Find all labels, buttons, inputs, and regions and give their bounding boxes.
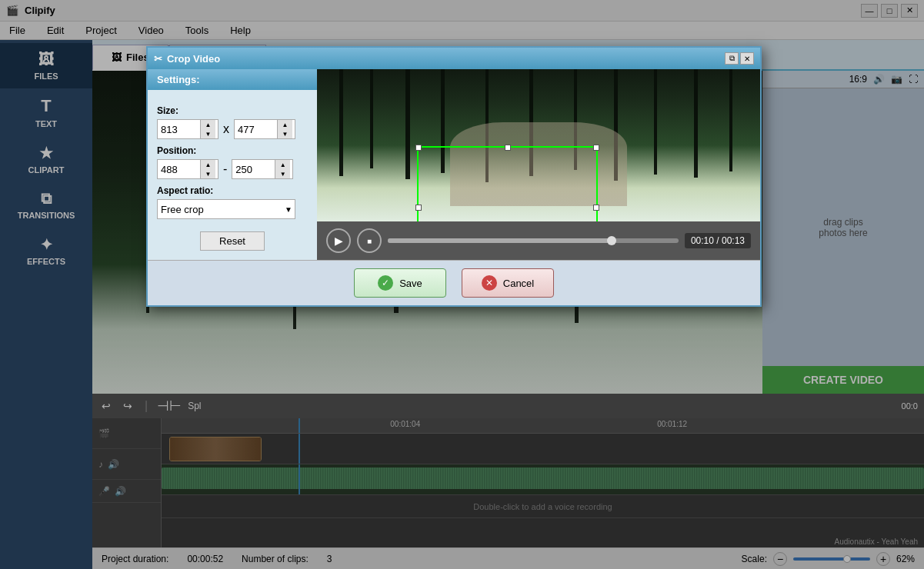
aspect-ratio-select[interactable]: Free crop 16:9 4:3 1:1 9:16 (157, 199, 295, 219)
dialog-title-icon: ✂ (154, 53, 162, 65)
settings-panel: Settings: Size: ▲ ▼ x (148, 69, 317, 260)
pos-y-down[interactable]: ▼ (275, 169, 290, 178)
dlg-tree1 (339, 69, 343, 176)
size-width-input[interactable] (158, 120, 200, 138)
save-button[interactable]: ✓ Save (354, 268, 446, 298)
settings-header: Settings: (148, 69, 317, 90)
size-height-up[interactable]: ▲ (277, 120, 292, 129)
size-label: Size: (157, 105, 308, 116)
pos-x-wrapper: ▲ ▼ (157, 159, 218, 179)
crop-dialog: ✂ Crop Video ⧉ ✕ Settings: Size: (146, 46, 762, 307)
pos-x-up[interactable]: ▲ (200, 160, 215, 169)
size-width-spinners: ▲ ▼ (200, 120, 215, 138)
stop-button[interactable]: ■ (357, 228, 382, 253)
crop-handle-mr[interactable] (593, 205, 599, 211)
size-width-wrapper: ▲ ▼ (157, 119, 218, 139)
save-label: Save (399, 278, 422, 289)
aspect-label: Aspect ratio: (157, 185, 308, 196)
pos-y-up[interactable]: ▲ (275, 160, 290, 169)
dialog-title-bar: ✂ Crop Video ⧉ ✕ (148, 48, 760, 69)
dlg-tree10 (694, 69, 698, 178)
crop-handle-ml[interactable] (415, 205, 422, 211)
position-label: Position: (157, 145, 308, 156)
reset-button[interactable]: Reset (200, 231, 265, 251)
dialog-footer: ✓ Save ✕ Cancel (148, 260, 760, 305)
dlg-tree9 (654, 69, 657, 175)
pos-x-input[interactable] (158, 160, 200, 178)
size-height-wrapper: ▲ ▼ (234, 119, 295, 139)
playback-controls: ▶ ■ 00:10 / 00:13 (317, 221, 760, 260)
crop-handle-tl[interactable] (415, 145, 422, 151)
dialog-title-controls: ⧉ ✕ (725, 52, 754, 65)
aspect-select-wrapper: Free crop 16:9 4:3 1:1 9:16 ▼ (157, 199, 295, 219)
dialog-video-container (317, 69, 760, 221)
pos-separator: - (223, 162, 227, 176)
size-x-separator: x (223, 122, 229, 136)
size-width-up[interactable]: ▲ (200, 120, 215, 129)
crop-selection[interactable] (417, 146, 598, 221)
pos-y-input[interactable] (232, 160, 275, 178)
dialog-overlay: ✂ Crop Video ⧉ ✕ Settings: Size: (0, 0, 924, 569)
dlg-tree3 (405, 69, 410, 179)
dialog-title-text: Crop Video (167, 53, 220, 65)
settings-content: Size: ▲ ▼ x ▲ (148, 90, 317, 260)
x-icon: ✕ (482, 275, 497, 291)
progress-handle[interactable] (607, 236, 616, 245)
pos-y-spinners: ▲ ▼ (275, 160, 290, 178)
pos-y-wrapper: ▲ ▼ (232, 159, 293, 179)
dlg-tree11 (729, 69, 732, 171)
crop-handle-tm[interactable] (505, 145, 511, 151)
winter-scene (317, 69, 760, 221)
pos-x-spinners: ▲ ▼ (200, 160, 215, 178)
progress-bar[interactable] (388, 238, 679, 243)
play-button[interactable]: ▶ (326, 228, 351, 253)
dialog-close-button[interactable]: ✕ (740, 52, 754, 65)
size-height-spinners: ▲ ▼ (277, 120, 292, 138)
crop-handle-tr[interactable] (593, 145, 599, 151)
position-row: ▲ ▼ - ▲ ▼ (157, 159, 308, 179)
cancel-label: Cancel (503, 278, 534, 289)
dialog-body: Settings: Size: ▲ ▼ x (148, 69, 760, 260)
dialog-preview: ▶ ■ 00:10 / 00:13 (317, 69, 760, 260)
pos-x-down[interactable]: ▼ (200, 169, 215, 178)
size-row: ▲ ▼ x ▲ ▼ (157, 119, 308, 139)
dialog-title: ✂ Crop Video (154, 53, 220, 65)
cancel-button[interactable]: ✕ Cancel (462, 268, 554, 298)
time-display: 00:10 / 00:13 (685, 233, 751, 248)
progress-fill (388, 238, 612, 243)
size-height-input[interactable] (235, 120, 277, 138)
check-icon: ✓ (378, 275, 393, 291)
dialog-restore-button[interactable]: ⧉ (725, 52, 739, 65)
size-width-down[interactable]: ▼ (200, 129, 215, 138)
aspect-row: Free crop 16:9 4:3 1:1 9:16 ▼ (157, 199, 308, 219)
size-height-down[interactable]: ▼ (277, 129, 292, 138)
dlg-tree2 (370, 69, 373, 168)
